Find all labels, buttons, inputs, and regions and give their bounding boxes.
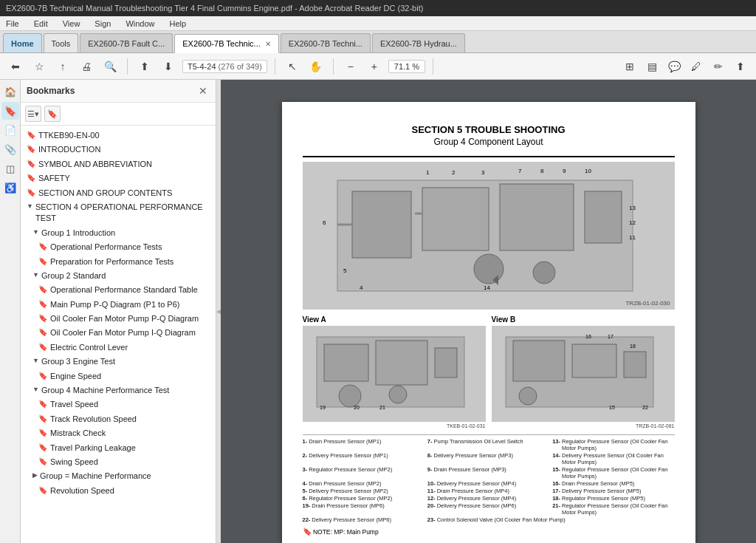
bm-oil-iq[interactable]: 🔖 Oil Cooler Fan Motor Pump I-Q Diagram <box>21 326 216 340</box>
menu-help[interactable]: Help <box>167 18 190 30</box>
menu-view[interactable]: View <box>60 18 83 30</box>
draw-button[interactable]: ✏ <box>709 57 728 76</box>
fit-page-button[interactable]: ⊞ <box>620 57 639 76</box>
bm-s4opt-toggle[interactable]: ▼ <box>27 202 33 211</box>
left-icon-layers[interactable]: ◫ <box>1 160 19 177</box>
bm-mistrack[interactable]: 🔖 Mistrack Check <box>21 426 216 440</box>
search-button[interactable]: 🔍 <box>100 57 120 76</box>
tab-technic-active[interactable]: EX2600-7B Technic... ✕ <box>174 34 279 53</box>
tab-hydrau[interactable]: EX2600-7B Hydrau... <box>372 33 465 52</box>
bm-rev-speed[interactable]: 🔖 Revolution Speed <box>21 484 216 498</box>
left-icon-accessibility[interactable]: ♿ <box>1 179 19 197</box>
bm-prep-perf[interactable]: 🔖 Preparation for Performance Tests <box>21 255 216 269</box>
highlight-button[interactable]: 🖊 <box>687 57 706 76</box>
bm-group2-toggle[interactable]: ▼ <box>32 270 39 280</box>
bm-symbol[interactable]: 🔖 SYMBOL AND ABBREVIATION <box>21 157 216 171</box>
bm-oil-pq[interactable]: 🔖 Oil Cooler Fan Motor Pump P-Q Diagram <box>21 312 216 326</box>
hand-tool-button[interactable]: ✋ <box>306 57 326 76</box>
bm-section-group[interactable]: 🔖 SECTION AND GROUP CONTENTS <box>21 186 216 200</box>
home-button[interactable]: ↑ <box>53 57 72 76</box>
bm-group3[interactable]: ▼ Group 3 Engine Test <box>21 355 216 369</box>
main-diagram-ref: TRZB-01-02-030 <box>625 300 670 307</box>
bm-engine-speed-label: Engine Speed <box>50 371 213 382</box>
zoom-in-button[interactable]: + <box>365 57 384 76</box>
left-icon-home[interactable]: 🏠 <box>1 83 19 100</box>
page-info[interactable]: T5-4-24 (276 of 349) <box>182 60 267 73</box>
legend-6: 6- Regulator Pressure Sensor (MP2) <box>303 495 425 502</box>
bm-engine-speed[interactable]: 🔖 Engine Speed <box>21 369 216 383</box>
bm-swing-speed[interactable]: 🔖 Swing Speed <box>21 455 216 469</box>
tab-fault[interactable]: EX2600-7B Fault C... <box>80 33 173 52</box>
pdf-views-row: View A 19 20 21 <box>303 315 675 428</box>
bm-group-machine[interactable]: ▶ Group = Machine Performance <box>21 469 216 483</box>
menu-edit[interactable]: Edit <box>31 18 51 30</box>
bm-travel-speed[interactable]: 🔖 Travel Speed <box>21 397 216 411</box>
bm-track-rev[interactable]: 🔖 Track Revolution Speed <box>21 412 216 426</box>
tab-tools[interactable]: Tools <box>44 33 79 52</box>
left-icon-paperclip[interactable]: 📎 <box>1 140 19 158</box>
bm-s4opt[interactable]: ▼ SECTION 4 OPERATIONAL PERFORMANCE TEST <box>21 200 216 226</box>
cursor-select-button[interactable]: ↖ <box>283 57 302 76</box>
pdf-divider-top <box>303 156 675 157</box>
bookmarks-options-button[interactable]: ☰▾ <box>25 106 41 122</box>
bm-group4[interactable]: ▼ Group 4 Machine Performance Test <box>21 383 216 397</box>
bm-group1[interactable]: ▼ Group 1 Introduction <box>21 226 216 240</box>
scroll-mode-button[interactable]: ▤ <box>642 57 662 76</box>
svg-rect-4 <box>585 191 622 243</box>
nav-prev-page[interactable]: ⬆ <box>135 57 154 76</box>
share-button[interactable]: ⬆ <box>731 57 750 76</box>
bm-opt-std-table[interactable]: 🔖 Operational Performance Standard Table <box>21 283 216 297</box>
svg-point-37 <box>519 387 537 405</box>
bm-group-machine-toggle[interactable]: ▶ <box>32 471 38 480</box>
tab-techni[interactable]: EX2600-7B Techni... <box>281 33 371 52</box>
bm-ttkeb[interactable]: 🔖 TTKEB90-EN-00 <box>21 129 216 143</box>
bm-engine-speed-icon: 🔖 <box>38 371 47 381</box>
print-button[interactable]: 🖨 <box>77 57 96 76</box>
tab-close-icon[interactable]: ✕ <box>265 40 271 48</box>
note-text: NOTE: MP: Main Pump <box>313 528 379 536</box>
bm-main-pump[interactable]: 🔖 Main Pump P-Q Diagram (P1 to P6) <box>21 298 216 312</box>
bm-intro-icon: 🔖 <box>27 144 35 154</box>
bookmarks-panel: Bookmarks ✕ ☰▾ 🔖 🔖 TTKEB90-EN-00 🔖 INTRO… <box>21 80 216 543</box>
nav-next-page[interactable]: ⬇ <box>159 57 178 76</box>
zoom-out-button[interactable]: − <box>341 57 360 76</box>
bm-symbol-label: SYMBOL AND ABBREVIATION <box>38 159 213 170</box>
comment-button[interactable]: 💬 <box>664 57 684 76</box>
bm-group3-toggle[interactable]: ▼ <box>32 356 39 366</box>
bm-opt-perf-tests[interactable]: 🔖 Operational Performance Tests <box>21 240 216 254</box>
menu-window[interactable]: Window <box>123 18 157 30</box>
bm-ttkeb-icon: 🔖 <box>27 130 35 140</box>
pdf-page: SECTION 5 TROUBLE SHOOTING Group 4 Compo… <box>282 102 695 543</box>
tab-bar: Home Tools EX2600-7B Fault C... EX2600-7… <box>0 31 756 53</box>
pdf-viewer[interactable]: SECTION 5 TROUBLE SHOOTING Group 4 Compo… <box>221 80 756 543</box>
bookmark-toolbar-icon[interactable]: ☆ <box>30 57 49 76</box>
menu-file[interactable]: File <box>3 18 22 30</box>
bm-electric[interactable]: 🔖 Electric Control Lever <box>21 341 216 355</box>
bm-parking-leakage-icon: 🔖 <box>38 443 47 453</box>
svg-text:8: 8 <box>540 168 544 174</box>
bm-rev-speed-label: Revolution Speed <box>50 485 213 496</box>
menu-sign[interactable]: Sign <box>92 18 114 30</box>
svg-text:22: 22 <box>642 405 648 410</box>
back-button[interactable]: ⬅ <box>6 57 25 76</box>
tab-home[interactable]: Home <box>3 33 42 52</box>
left-icon-pages[interactable]: 📄 <box>1 121 19 139</box>
bm-group2-label: Group 2 Standard <box>41 270 213 281</box>
view-b-diagram: 16 17 18 22 15 <box>492 326 675 422</box>
bm-intro[interactable]: 🔖 INTRODUCTION <box>21 143 216 157</box>
bm-safety[interactable]: 🔖 SAFETY <box>21 171 216 185</box>
menu-bar: File Edit View Sign Window Help <box>0 16 756 31</box>
bm-group4-toggle[interactable]: ▼ <box>32 385 39 395</box>
bm-group2[interactable]: ▼ Group 2 Standard <box>21 269 216 283</box>
left-icon-bookmarks[interactable]: 🔖 <box>1 102 19 120</box>
bm-oil-pq-label: Oil Cooler Fan Motor Pump P-Q Diagram <box>50 313 213 324</box>
bookmarks-close-button[interactable]: ✕ <box>196 84 210 98</box>
bm-group1-toggle[interactable]: ▼ <box>32 228 39 237</box>
view-b-label: View B <box>492 315 675 324</box>
tab-technic-active-label: EX2600-7B Technic... <box>182 39 261 48</box>
view-b-ref: TRZB-01-02-081 <box>492 423 675 428</box>
bookmarks-expand-button[interactable]: 🔖 <box>44 106 61 122</box>
bm-parking-leakage[interactable]: 🔖 Travel Parking Leakage <box>21 441 216 455</box>
zoom-level[interactable]: 71.1 % <box>388 60 425 73</box>
toolbar-separator-2 <box>275 58 275 75</box>
